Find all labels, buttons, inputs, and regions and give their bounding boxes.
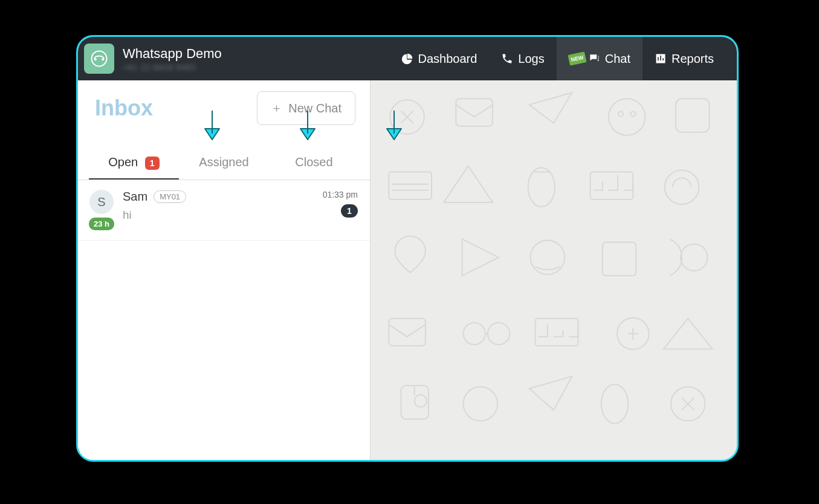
tab-open-count: 1 <box>145 157 160 170</box>
conversation-name: Sam <box>123 190 147 204</box>
conversation-right: 01:33 pm 1 <box>323 190 358 230</box>
nav-dashboard[interactable]: Dashboard <box>389 37 490 80</box>
svg-point-10 <box>528 167 555 207</box>
svg-point-18 <box>488 323 510 344</box>
svg-rect-11 <box>591 172 633 199</box>
svg-point-0 <box>92 51 107 66</box>
app-frame: Whatsapp Demo +91 22 6919 9483 Dashboard… <box>76 35 739 462</box>
nav-chat[interactable]: NEW Chat <box>557 37 643 80</box>
inbox-header: Inbox ＋ New Chat <box>78 80 370 129</box>
svg-rect-9 <box>389 172 432 199</box>
avatar: S <box>89 190 114 214</box>
nav-logs[interactable]: Logs <box>489 37 556 80</box>
tab-closed-label: Closed <box>295 155 332 169</box>
nav-logs-label: Logs <box>518 52 544 66</box>
app-subtitle: +91 22 6919 9483 <box>123 63 222 72</box>
top-nav: Dashboard Logs NEW Chat Reports <box>389 37 727 80</box>
inbox-tabs: Open 1 Assigned Closed <box>78 147 370 180</box>
conversation-preview: hi <box>123 208 314 222</box>
conversation-name-row: Sam MY01 <box>123 190 314 204</box>
conversation-tag: MY01 <box>154 190 186 203</box>
bar-chart-icon <box>655 53 667 65</box>
conversation-middle: Sam MY01 hi <box>123 190 314 230</box>
age-badge: 23 h <box>89 218 114 230</box>
tab-closed[interactable]: Closed <box>269 147 359 179</box>
tab-assigned[interactable]: Assigned <box>179 147 269 179</box>
app-title: Whatsapp Demo <box>123 46 222 62</box>
svg-point-23 <box>601 384 628 424</box>
svg-point-12 <box>665 170 699 204</box>
doodle-background <box>371 80 737 460</box>
plus-icon: ＋ <box>271 100 282 116</box>
svg-rect-14 <box>603 242 636 276</box>
chat-area <box>371 80 737 460</box>
unread-count: 1 <box>341 204 358 218</box>
app-title-block: Whatsapp Demo +91 22 6919 9483 <box>123 46 222 72</box>
pie-chart-icon <box>401 53 413 65</box>
svg-point-6 <box>618 112 623 117</box>
conversation-item[interactable]: S 23 h Sam MY01 hi 01:33 pm 1 <box>78 180 370 241</box>
nav-reports-label: Reports <box>672 52 714 66</box>
new-chat-label: New Chat <box>288 102 342 115</box>
svg-point-15 <box>681 244 707 271</box>
svg-point-22 <box>464 387 498 421</box>
conversation-time: 01:33 pm <box>323 190 358 199</box>
inbox-sidebar: Inbox ＋ New Chat Open 1 Assigned Closed <box>78 80 371 460</box>
svg-rect-4 <box>456 99 493 126</box>
svg-point-1 <box>94 58 97 60</box>
body: Inbox ＋ New Chat Open 1 Assigned Closed <box>78 80 737 460</box>
svg-point-7 <box>630 112 635 117</box>
inbox-title: Inbox <box>95 95 153 121</box>
svg-rect-8 <box>676 99 710 132</box>
phone-icon <box>501 53 513 65</box>
avatar-column: S 23 h <box>89 190 114 230</box>
top-bar: Whatsapp Demo +91 22 6919 9483 Dashboard… <box>78 37 737 80</box>
new-chat-button[interactable]: ＋ New Chat <box>257 91 355 125</box>
nav-dashboard-label: Dashboard <box>418 52 477 66</box>
svg-rect-16 <box>389 318 426 346</box>
svg-point-5 <box>609 99 646 135</box>
tab-assigned-label: Assigned <box>199 155 248 169</box>
chat-icon <box>588 53 600 65</box>
app-phone-icon <box>84 44 114 74</box>
nav-chat-label: Chat <box>605 52 630 66</box>
tab-open-label: Open <box>108 155 138 169</box>
svg-point-2 <box>102 58 104 60</box>
conversation-list: S 23 h Sam MY01 hi 01:33 pm 1 <box>78 180 370 460</box>
new-badge: NEW <box>568 51 586 65</box>
svg-point-17 <box>464 323 485 344</box>
svg-rect-19 <box>536 318 578 346</box>
nav-reports[interactable]: Reports <box>643 37 726 80</box>
tab-open[interactable]: Open 1 <box>89 147 179 179</box>
